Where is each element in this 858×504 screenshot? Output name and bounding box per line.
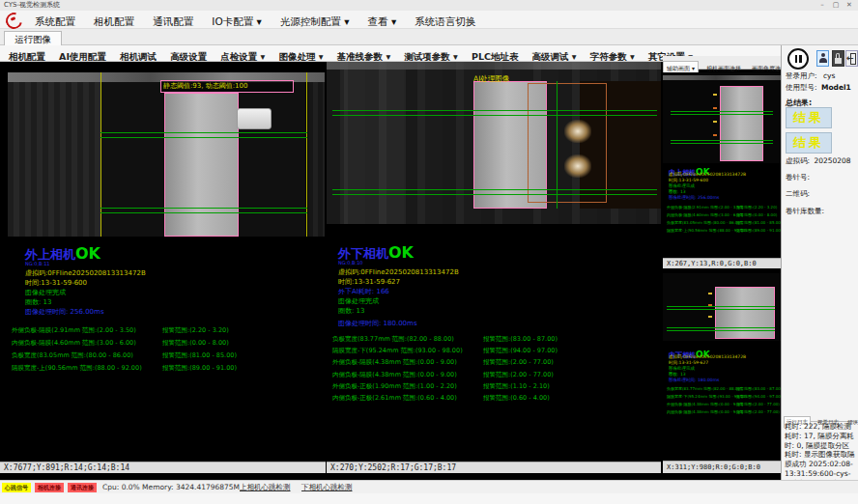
model-label: 使用型号: <box>786 83 817 92</box>
alarm-range: 报警范围:(1.10 - 2.10) <box>483 382 550 391</box>
electrode-region <box>164 93 239 237</box>
minimize-icon[interactable]: – <box>815 0 829 11</box>
green-guide-line <box>332 115 657 116</box>
app-window: CYS-视觉检测系统 – ▢ ✕ 系统配置 相机配置 通讯配置 IO卡配置 ▾ … <box>0 0 858 504</box>
result-indicator-2: 结果 <box>786 132 832 154</box>
middle-process-time: 图像处理时间: 180.00ms <box>338 319 417 328</box>
mini-measurement-row: 隔膜宽度-上(90.56mm 范围:(88.00 - 92.00) <box>667 228 747 233</box>
left-pixel-coords: X:7677;Y:891;R:14;G:14;B:14 <box>0 462 326 473</box>
weld-fleck <box>708 293 712 294</box>
tool-advanced-settings[interactable]: 高级设置 <box>170 49 207 62</box>
left-barcode: 虚拟码:0FFIine2025020813313472B <box>25 268 146 278</box>
virtual-code-row: 虚拟码: 20250208 <box>786 156 851 166</box>
lock-button[interactable] <box>832 50 844 67</box>
middle-loop-count: 圈数: 13 <box>338 306 365 316</box>
exit-arrow-icon: ← <box>846 54 854 63</box>
alarm-range: 报警范围:(2.20 - 3.20) <box>162 326 229 335</box>
green-guide-line <box>332 189 657 190</box>
alarm-range: 报警范围:(94.00 - 97.00) <box>483 347 558 355</box>
mini-measurement-row: 负极宽度(83.77mm 范围:(82.00 - 88.00) <box>667 386 741 391</box>
left-ng-info: NG:0,B:11 <box>25 261 50 266</box>
weld-fleck <box>713 121 717 123</box>
tool-camera-debug[interactable]: 相机调试 <box>120 49 157 62</box>
tool-advanced-debug[interactable]: 高级调试 ▾ <box>532 49 577 62</box>
electrode-region <box>720 86 763 161</box>
maximize-icon[interactable]: ▢ <box>829 0 843 11</box>
green-guide-line <box>667 327 775 328</box>
tab-run-image[interactable]: 运行图像 <box>4 31 62 46</box>
tool-plc-address[interactable]: PLC地址表 <box>472 49 519 62</box>
green-guide-line <box>671 143 773 144</box>
aux2-process-done: 图像处理完成 <box>669 366 695 371</box>
tool-char-params[interactable]: 字符参数 ▾ <box>590 49 635 62</box>
cpu-memory-text: Cpu: 0.0% Memory: 3424.41796875M <box>102 483 240 491</box>
middle-camera-name: 外下相机 <box>338 246 388 261</box>
aux1-barcode: 虚拟码:0FFIine2025020813313472B <box>669 172 746 177</box>
bright-reflection <box>564 120 591 143</box>
pin-bank-count-label: 卷针库数量: <box>786 207 824 216</box>
green-guide-line <box>667 330 775 331</box>
aux1-process-done: 图像处理完成 <box>669 183 695 188</box>
left-camera-name: 外上相机 <box>25 247 75 262</box>
machine-top-strip <box>327 62 661 70</box>
result-indicator-1: 结果 <box>786 107 832 128</box>
measurement-row: 负极宽度(83.05mm 范围:(80.00 - 86.00) <box>12 351 133 360</box>
green-guide-line <box>671 140 773 141</box>
measurement-row: 内侧负极-隔膜(4.60mm 范围:(3.00 - 6.00) <box>12 339 136 348</box>
green-guide-line <box>332 194 657 195</box>
qr-code-label: 二维码: <box>786 189 810 199</box>
middle-barcode: 虚拟码:0FFIine2025020813313472B <box>338 267 459 277</box>
bottom-filler <box>0 493 858 504</box>
measurement-row: 外侧负极-隔膜(2.91mm 范围:(2.00 - 3.50) <box>12 326 136 335</box>
alarm-range: 报警范围:(81.00 - 85.00) <box>162 351 237 360</box>
aux2-pixel-coords: X:311;Y:980;R:0;G:0;B:0 <box>663 461 781 473</box>
left-camera-image[interactable]: 静态阈值:93, 动态阈值:100 <box>8 72 325 237</box>
mini-measurement-row: 内侧负极-隔膜(4.38mm 范围:(0.00 - 9.00) <box>667 409 743 414</box>
machine-right-texture <box>308 82 325 237</box>
tool-baseline-params[interactable]: 基准线参数 ▾ <box>337 49 391 62</box>
measurement-row: 内侧负极-正极(2.61mm 范围:(0.60 - 4.00) <box>332 394 457 403</box>
mini-alarm-range: 报警范围:(81.00 - 85.00) <box>736 220 782 225</box>
title-bar: CYS-视觉检测系统 – ▢ ✕ <box>0 0 858 11</box>
measurement-row: 隔膜宽度-下(95.24mm 范围:(93.00 - 98.00) <box>332 347 463 355</box>
aux-camera-image-1[interactable] <box>663 72 781 163</box>
aux-camera-image-2[interactable] <box>663 273 781 341</box>
alarm-range: 报警范围:(89.00 - 91.00) <box>162 364 237 373</box>
log-tab-bar: 运行日志 视觉日志 错误日志 <box>784 409 857 422</box>
middle-process-done: 图像处理完成 <box>338 296 379 306</box>
login-user-label: 登录用户: <box>786 71 817 80</box>
mini-measurement-row: 负极宽度(83.05mm 范围:(80.00 - 86.00) <box>667 220 741 225</box>
tool-image-processing[interactable]: 图像处理 ▾ <box>278 49 323 62</box>
tool-ai-config[interactable]: AI使用配置 <box>59 49 106 62</box>
aux2-loop-count: 圈数: 13 <box>669 372 686 377</box>
weld-fleck <box>713 134 717 136</box>
model-value[interactable]: Model1 <box>821 83 851 92</box>
tool-spot-check[interactable]: 点检设置 ▾ <box>220 49 265 62</box>
left-loop-count: 圈数: 13 <box>25 297 52 307</box>
middle-ok-status: OK <box>388 243 414 262</box>
middle-camera-image[interactable]: AI处理图像 <box>327 62 661 224</box>
logout-button[interactable]: ← <box>845 50 858 67</box>
roi-threshold-label: 静态阈值:93, 动态阈值:100 <box>160 80 294 93</box>
alarm-range: 报警范围:(2.00 - 77.00) <box>483 358 554 367</box>
green-guide-line <box>332 110 657 111</box>
camera-connect-badge: 相机连接 <box>35 483 64 492</box>
aux1-pixel-coords: X:267,Y:13,R:0,G:0,B:0 <box>663 258 781 268</box>
mini-alarm-range: 报警范围:(94.00 - 97.00) <box>736 394 782 399</box>
pause-button[interactable] <box>787 48 809 70</box>
mini-measurement-row: 外侧负极-隔膜(2.91mm 范围:(2.00 - 3.50) <box>667 205 743 210</box>
tool-camera-config[interactable]: 相机配置 <box>9 49 45 62</box>
green-guide-line <box>100 208 307 209</box>
alarm-range: 报警范围:(2.00 - 77.00) <box>483 371 554 379</box>
tool-test-params[interactable]: 测试项参数 ▾ <box>404 49 458 62</box>
middle-ng-info: NG:0,B:10 <box>338 260 363 266</box>
aux2-time: 时间:13-31-59-627 <box>669 360 708 365</box>
user-button[interactable] <box>816 50 829 67</box>
mini-measurement-row: 外侧负极-隔膜(4.38mm 范围:(0.00 - 9.00) <box>667 402 743 406</box>
close-icon[interactable]: ✕ <box>843 0 856 11</box>
green-guide-line <box>671 111 773 112</box>
upper-camera-heartbeat: 上相机心跳检测 <box>240 483 291 492</box>
machine-top-strip <box>663 75 781 80</box>
mini-alarm-range: 报警范围:(83.00 - 87.00) <box>736 386 782 391</box>
measurement-row: 内侧负极-隔膜(4.38mm 范围:(0.00 - 9.00) <box>332 371 457 379</box>
